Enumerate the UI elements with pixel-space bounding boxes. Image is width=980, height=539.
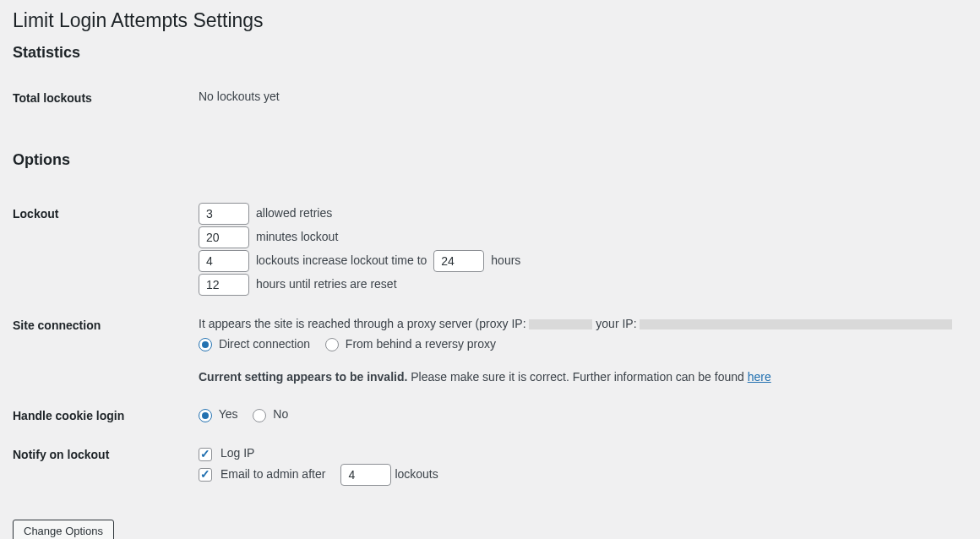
reset-text: hours until retries are reset: [256, 275, 397, 295]
email-after-input[interactable]: [340, 464, 391, 486]
lockout-label: Lockout: [13, 194, 199, 306]
email-suffix-text: lockouts: [395, 465, 438, 485]
page-title: Limit Login Attempts Settings: [13, 8, 967, 34]
log-ip-label[interactable]: Log IP: [199, 444, 254, 464]
cookie-login-row: Handle cookie login Yes No: [13, 396, 967, 435]
allowed-retries-input[interactable]: [199, 203, 249, 225]
proxy-connection-label[interactable]: From behind a reversy proxy: [325, 337, 496, 351]
total-lockouts-label: Total lockouts: [13, 79, 199, 117]
cookie-yes-radio[interactable]: [199, 409, 212, 422]
allowed-retries-text: allowed retries: [256, 204, 332, 224]
invalid-setting-note: Current setting appears to be invalid. P…: [199, 368, 959, 388]
hours-text: hours: [491, 251, 520, 271]
lockouts-increase-text: lockouts increase lockout time to: [256, 251, 427, 271]
log-ip-checkbox[interactable]: [199, 448, 212, 461]
cookie-no-label[interactable]: No: [253, 407, 288, 421]
minutes-lockout-input[interactable]: [199, 226, 249, 248]
notify-label: Notify on lockout: [13, 435, 199, 494]
proxy-connection-radio[interactable]: [325, 338, 339, 351]
statistics-table: Total lockouts No lockouts yet: [13, 79, 967, 117]
site-connection-label: Site connection: [13, 306, 199, 396]
total-lockouts-value: No lockouts yet: [199, 79, 967, 117]
lockout-row: Lockout allowed retries minutes lockout …: [13, 194, 967, 306]
options-table: Lockout allowed retries minutes lockout …: [13, 194, 967, 494]
reset-hours-input[interactable]: [199, 274, 249, 296]
notify-row: Notify on lockout Log IP Email to admin …: [13, 435, 967, 494]
here-link[interactable]: here: [748, 370, 771, 384]
minutes-lockout-text: minutes lockout: [256, 227, 338, 248]
cookie-yes-label[interactable]: Yes: [199, 407, 241, 421]
options-heading: Options: [13, 151, 967, 169]
direct-connection-radio[interactable]: [199, 338, 212, 351]
proxy-ip-redacted: [529, 319, 592, 329]
cookie-no-radio[interactable]: [253, 409, 266, 422]
change-options-button[interactable]: [13, 520, 114, 539]
cookie-login-label: Handle cookie login: [13, 396, 199, 435]
proxy-info-text: It appears the site is reached through a…: [199, 314, 959, 335]
lockouts-increase-input[interactable]: [199, 250, 249, 272]
your-ip-redacted: [640, 319, 952, 329]
site-connection-row: Site connection It appears the site is r…: [13, 306, 967, 396]
direct-connection-label[interactable]: Direct connection: [199, 337, 313, 351]
hours-input[interactable]: [433, 250, 484, 272]
email-admin-label[interactable]: Email to admin after: [199, 465, 325, 485]
statistics-heading: Statistics: [13, 44, 967, 62]
email-admin-checkbox[interactable]: [199, 468, 212, 482]
